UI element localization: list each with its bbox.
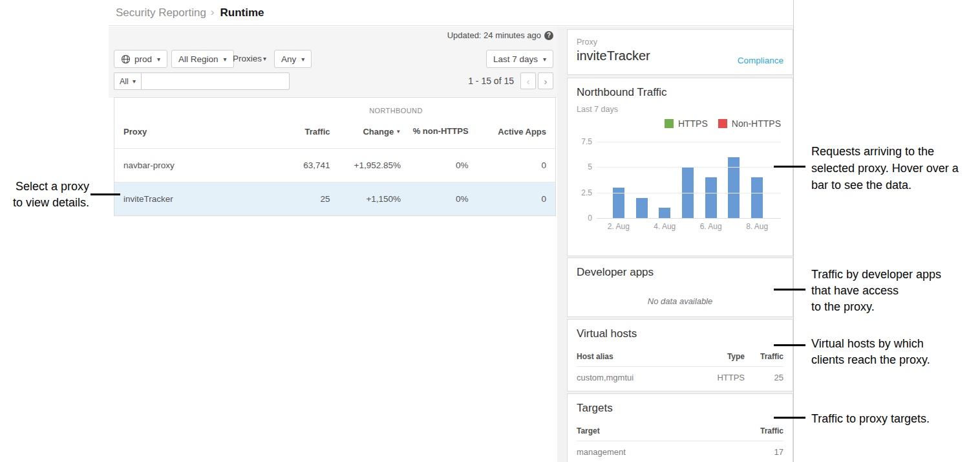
proxies-label: Proxies — [233, 54, 262, 63]
search-scope-label: All — [120, 77, 129, 86]
chart-subtitle: Last 7 days — [577, 105, 783, 114]
cell-proxy-name: inviteTracker — [123, 194, 252, 204]
legend-label: HTTPS — [678, 118, 708, 129]
filter-toolbar: prod ▾ All Region ▾ Proxies ▾ Any ▾ Upda… — [109, 27, 557, 98]
y-axis-tick-label: 2.5 — [568, 188, 592, 197]
proxy-table-rows: navbar-proxy63,741+1,952.85%0%0inviteTra… — [114, 148, 555, 215]
virtual-hosts-header-row: Host alias Type Traffic — [577, 348, 783, 367]
x-axis-tick-label: 4. Aug — [654, 222, 676, 231]
page-title: Runtime — [220, 6, 264, 19]
x-axis-tick-label: 2. Aug — [608, 222, 630, 231]
chevron-right-icon: › — [211, 6, 215, 19]
date-range-label: Last 7 days — [493, 54, 538, 64]
table-group-header: NORTHBOUND — [114, 98, 555, 115]
legend-swatch-icon — [718, 119, 727, 128]
cell-traffic: 17 — [745, 447, 783, 457]
x-axis-tick-label: 8. Aug — [746, 222, 768, 231]
updated-text: Updated: 24 minutes ago — [447, 30, 541, 40]
no-data-message: No data available — [568, 296, 793, 306]
chart-bar[interactable] — [659, 208, 670, 218]
help-icon[interactable]: ? — [544, 31, 553, 40]
search-control: All ▾ — [114, 72, 290, 90]
app-window-border — [793, 0, 794, 462]
search-input[interactable] — [141, 72, 290, 90]
region-label: All Region — [178, 54, 218, 64]
column-header-change[interactable]: Change▼ — [330, 127, 401, 137]
annotation-select-proxy: Select a proxy to view details. — [0, 179, 89, 211]
cell-type: HTTPS — [699, 373, 745, 382]
chart-bars — [607, 142, 769, 218]
any-dropdown[interactable]: Any ▾ — [274, 50, 312, 68]
table-row[interactable]: navbar-proxy63,741+1,952.85%0%0 — [114, 148, 555, 182]
proxy-table: NORTHBOUND Proxy Traffic Change▼ % non-H… — [114, 97, 556, 216]
breadcrumb-section[interactable]: Security Reporting — [116, 6, 206, 19]
column-header-proxy[interactable]: Proxy — [123, 127, 252, 137]
table-row[interactable]: inviteTracker25+1,150%0%0 — [114, 182, 555, 215]
proxies-dropdown[interactable]: Proxies ▾ — [233, 54, 266, 63]
column-header-target: Target — [577, 426, 745, 435]
chevron-left-icon: ‹ — [527, 76, 530, 87]
targets-title: Targets — [577, 402, 783, 415]
environment-label: prod — [134, 54, 152, 64]
cell-change: +1,150% — [330, 194, 401, 204]
cell-non-https: 0% — [401, 193, 469, 205]
legend-swatch-icon — [665, 119, 674, 128]
compliance-link[interactable]: Compliance — [738, 56, 783, 65]
column-header-active-apps[interactable]: Active Apps — [469, 127, 546, 137]
table-header-row: Proxy Traffic Change▼ % non-HTTPS Active… — [114, 115, 555, 148]
target-row[interactable]: management17 — [577, 441, 783, 462]
column-header-non-https[interactable]: % non-HTTPS — [401, 126, 469, 137]
chart-title: Northbound Traffic — [577, 86, 783, 99]
gridline — [597, 142, 781, 142]
region-dropdown[interactable]: All Region ▾ — [171, 50, 234, 68]
developer-apps-card: Developer apps No data available — [567, 258, 793, 317]
date-range-dropdown[interactable]: Last 7 days ▾ — [486, 50, 553, 68]
cell-traffic: 25 — [252, 194, 330, 204]
cell-change: +1,952.85% — [330, 160, 401, 170]
annotation-pointer-line — [774, 344, 805, 346]
chart-bar[interactable] — [728, 157, 740, 218]
virtual-hosts-card: Virtual hosts Host alias Type Traffic cu… — [567, 319, 793, 391]
y-axis-tick-label: 7.5 — [568, 137, 592, 146]
annotation-pointer-line — [91, 193, 120, 195]
cell-traffic: 63,741 — [252, 160, 330, 170]
column-header-traffic[interactable]: Traffic — [252, 127, 330, 137]
previous-page-button[interactable]: ‹ — [520, 72, 536, 89]
virtual-host-row[interactable]: custom,mgmtuiHTTPS25 — [577, 367, 783, 388]
cell-traffic: 25 — [745, 373, 783, 382]
developer-apps-title: Developer apps — [577, 266, 783, 279]
chart-bar[interactable] — [705, 177, 717, 218]
cell-target: management — [577, 447, 745, 457]
targets-card: Targets Target Traffic management17 — [567, 393, 793, 462]
column-header-traffic: Traffic — [745, 352, 783, 361]
environment-dropdown[interactable]: prod ▾ — [114, 50, 167, 68]
y-axis-tick-label: 5 — [568, 162, 592, 171]
chevron-right-icon: › — [544, 76, 548, 87]
updated-status: Updated: 24 minutes ago ? — [447, 30, 553, 40]
security-reporting-runtime-screen: Security Reporting › Runtime prod ▾ All … — [0, 0, 980, 462]
cell-proxy-name: navbar-proxy — [123, 160, 252, 170]
legend-label: Non-HTTPS — [732, 118, 781, 129]
chart-bar[interactable] — [636, 198, 648, 218]
virtual-hosts-title: Virtual hosts — [577, 327, 783, 340]
virtual-hosts-rows: custom,mgmtuiHTTPS25 — [577, 367, 783, 388]
cell-host-alias: custom,mgmtui — [577, 373, 699, 382]
caret-down-icon: ▾ — [543, 56, 546, 63]
gridline — [597, 167, 781, 168]
search-scope-dropdown[interactable]: All ▾ — [114, 72, 141, 90]
annotation-pointer-line — [774, 166, 805, 168]
caret-down-icon: ▾ — [157, 56, 160, 63]
chart-bar[interactable] — [751, 177, 763, 218]
pagination-range: 1 - 15 of 15 — [468, 76, 514, 86]
chart-plot: 02.557.5 — [597, 142, 781, 218]
northbound-group-label: NORTHBOUND — [253, 107, 539, 115]
cell-non-https: 0% — [401, 160, 469, 171]
y-axis-tick-label: 0 — [568, 214, 592, 223]
column-header-traffic: Traffic — [745, 426, 783, 435]
next-page-button[interactable]: › — [538, 72, 553, 89]
annotation-pointer-line — [774, 417, 805, 419]
chart-legend: HTTPSNon-HTTPS — [665, 118, 781, 129]
annotation-pointer-line — [774, 289, 805, 291]
caret-down-icon: ▾ — [263, 55, 266, 62]
annotation-chart: Requests arriving to the selected proxy.… — [811, 143, 959, 193]
